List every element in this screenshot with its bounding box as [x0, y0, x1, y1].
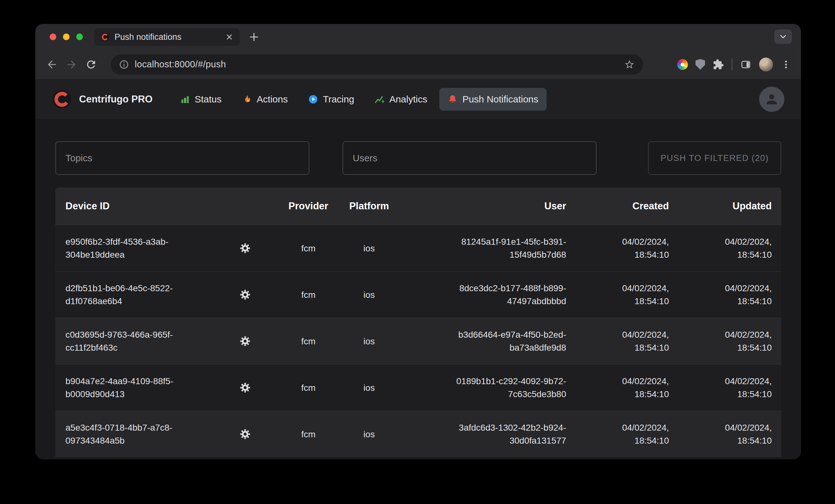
cell-device-id: b904a7e2-4aa9-4109-88f5-b0009d90d413: [55, 375, 207, 401]
cell-provider: fcm: [283, 428, 334, 441]
app-header: Centrifugo PRO Status: [36, 79, 801, 119]
nav-label: Push Notifications: [463, 94, 538, 105]
cell-user: 8dce3dc2-b177-488f-b899-47497abdbbbd: [405, 282, 566, 308]
brand-name: Centrifugo PRO: [79, 93, 153, 105]
bar-chart-icon: [180, 94, 190, 104]
cell-provider: fcm: [283, 242, 334, 255]
table-row[interactable]: c0d3695d-9763-466a-965f-cc11f2bf463c: [55, 318, 781, 364]
cell-created: 04/02/2024, 18:54:10: [566, 235, 669, 261]
cell-actions: [207, 285, 283, 304]
devices-table: Device ID Provider Platform User Created…: [55, 188, 781, 457]
column-header-created: Created: [566, 201, 669, 212]
address-bar[interactable]: localhost:8000/#/push: [111, 55, 643, 75]
minimize-window-button[interactable]: [63, 34, 69, 40]
device-settings-gear-icon[interactable]: [236, 239, 254, 258]
nav-label: Actions: [257, 94, 288, 105]
main-navigation: Status Actions Tracing: [172, 88, 547, 111]
play-circle-icon: [308, 94, 318, 104]
table-row[interactable]: e950f6b2-3fdf-4536-a3ab-304be19ddeea: [55, 225, 781, 271]
browser-window: Push notifications: [36, 24, 801, 459]
filter-row: PUSH TO FILTERED (20): [55, 141, 781, 175]
browser-tab-strip: Push notifications: [36, 24, 801, 50]
adblock-shield-extension-icon[interactable]: [695, 59, 705, 70]
browser-menu-kebab-icon[interactable]: [780, 59, 791, 70]
table-row[interactable]: d2fb51b1-be06-4e5c-8522-d1f0768ae6b4: [55, 271, 781, 318]
forward-icon[interactable]: [64, 58, 78, 71]
bell-icon: [448, 94, 458, 104]
browser-tab[interactable]: Push notifications: [94, 28, 240, 46]
cell-platform: ios: [334, 428, 405, 441]
cell-user: 3afdc6d3-1302-42b2-b924-30d0fa131577: [405, 421, 566, 447]
centrifugo-logo-icon: [52, 89, 72, 109]
window-controls: [50, 34, 83, 40]
nav-item-push-notifications[interactable]: Push Notifications: [439, 88, 547, 111]
nav-label: Analytics: [389, 94, 427, 105]
push-notifications-page: PUSH TO FILTERED (20) Device ID Provider…: [36, 119, 801, 457]
toolbar-separator: [732, 59, 733, 70]
reload-icon[interactable]: [84, 58, 98, 71]
table-row[interactable]: a5e3c4f3-0718-4bb7-a7c8-097343484a5b: [55, 411, 781, 457]
cell-actions: [207, 425, 283, 444]
cell-platform: ios: [334, 242, 405, 255]
back-icon[interactable]: [45, 58, 59, 71]
device-settings-gear-icon[interactable]: [236, 285, 254, 304]
tab-close-icon[interactable]: [225, 33, 233, 41]
nav-item-analytics[interactable]: Analytics: [366, 88, 435, 111]
cell-updated: 04/02/2024, 18:54:10: [669, 235, 772, 261]
column-header-provider: Provider: [283, 201, 334, 212]
tab-title: Push notifications: [115, 32, 220, 42]
browser-profile-avatar[interactable]: [759, 58, 773, 71]
nav-label: Status: [195, 94, 222, 105]
cell-device-id: a5e3c4f3-0718-4bb7-a7c8-097343484a5b: [55, 421, 207, 447]
cell-device-id: c0d3695d-9763-466a-965f-cc11f2bf463c: [55, 328, 207, 354]
browser-toolbar: localhost:8000/#/push: [36, 50, 801, 79]
cell-provider: fcm: [283, 288, 334, 301]
colorful-extension-icon[interactable]: [677, 59, 688, 70]
cell-user: 81245a1f-91e1-45fc-b391-15f49d5b7d68: [405, 235, 566, 261]
device-settings-gear-icon[interactable]: [236, 378, 254, 397]
devices-table-body: e950f6b2-3fdf-4536-a3ab-304be19ddeea: [55, 225, 781, 457]
user-account-avatar[interactable]: [759, 87, 785, 112]
cell-platform: ios: [334, 381, 405, 394]
cell-created: 04/02/2024, 18:54:10: [566, 375, 669, 401]
cell-updated: 04/02/2024, 18:54:10: [669, 421, 772, 447]
cell-updated: 04/02/2024, 18:54:10: [669, 375, 772, 401]
table-row[interactable]: b904a7e2-4aa9-4109-88f5-b0009d90d413: [55, 364, 781, 411]
cell-platform: ios: [334, 288, 405, 301]
column-header-device-id: Device ID: [55, 201, 207, 212]
toolbar-right-icons: [677, 58, 791, 71]
cell-provider: fcm: [283, 335, 334, 348]
cell-device-id: d2fb51b1-be06-4e5c-8522-d1f0768ae6b4: [55, 282, 207, 308]
flame-icon: [242, 94, 252, 104]
column-header-user: User: [405, 201, 566, 212]
push-to-filtered-button[interactable]: PUSH TO FILTERED (20): [648, 141, 781, 175]
tab-search-chevron-down-icon[interactable]: [774, 29, 792, 44]
cell-user: b3d66464-e97a-4f50-b2ed-ba73a8dfe9d8: [405, 328, 566, 354]
cell-updated: 04/02/2024, 18:54:10: [669, 282, 772, 308]
close-window-button[interactable]: [50, 34, 56, 40]
device-settings-gear-icon[interactable]: [236, 332, 254, 351]
fullscreen-window-button[interactable]: [76, 34, 83, 40]
tab-favicon-centrifugo-logo-icon: [101, 33, 109, 41]
new-tab-button[interactable]: [247, 30, 261, 44]
device-settings-gear-icon[interactable]: [236, 425, 254, 444]
devices-table-header: Device ID Provider Platform User Created…: [55, 188, 781, 225]
site-info-icon[interactable]: [119, 59, 129, 69]
bookmark-star-icon[interactable]: [624, 59, 635, 70]
cell-updated: 04/02/2024, 18:54:10: [669, 328, 772, 354]
cell-created: 04/02/2024, 18:54:10: [566, 282, 669, 308]
column-header-platform: Platform: [334, 201, 405, 212]
cell-platform: ios: [334, 335, 405, 348]
users-input[interactable]: [343, 141, 596, 175]
nav-item-status[interactable]: Status: [172, 88, 230, 111]
line-chart-icon: [374, 94, 385, 104]
extensions-puzzle-icon[interactable]: [713, 59, 724, 70]
nav-item-actions[interactable]: Actions: [234, 88, 296, 111]
brand-home-link[interactable]: Centrifugo PRO: [52, 89, 153, 109]
column-header-updated: Updated: [669, 201, 772, 212]
cell-created: 04/02/2024, 18:54:10: [566, 328, 669, 354]
nav-item-tracing[interactable]: Tracing: [300, 88, 363, 111]
cell-actions: [207, 378, 283, 397]
side-panel-icon[interactable]: [740, 59, 752, 70]
topics-input[interactable]: [55, 141, 309, 175]
